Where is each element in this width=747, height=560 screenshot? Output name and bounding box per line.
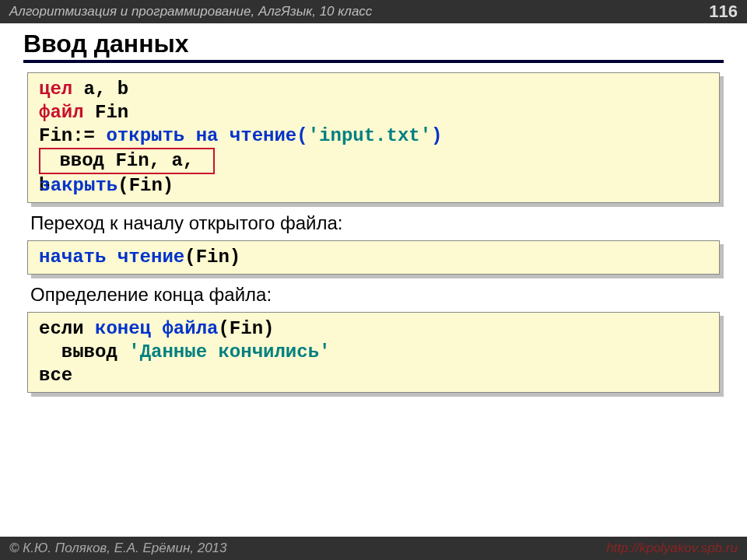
assign-fin: Fin:= <box>39 125 95 146</box>
var-fin: Fin <box>84 102 129 123</box>
footer-authors: © К.Ю. Поляков, Е.А. Ерёмин, 2013 <box>9 541 227 556</box>
arg-fin-2: (Fin) <box>184 247 240 268</box>
header-bar: Алгоритмизация и программирование, АлгЯз… <box>0 0 747 23</box>
string-input: 'input.txt' <box>308 125 431 146</box>
keyword-file: файл <box>39 102 84 123</box>
content-area: цел a, b файл Fin Fin:= открыть на чтени… <box>0 72 747 393</box>
keyword-all: все <box>39 365 72 386</box>
arg-fin-3: (Fin) <box>218 318 274 339</box>
fn-open-read: открыть на чтение( <box>95 125 308 146</box>
vars-ab: a, b <box>72 79 128 100</box>
code-block-2: начать чтение(Fin) <box>27 240 720 275</box>
subheading-eof: Определение конца файла: <box>30 284 717 306</box>
keyword-if: если <box>39 318 84 339</box>
arg-fin: (Fin) <box>117 175 174 196</box>
title-rule <box>23 60 724 63</box>
paren-close: ) <box>431 125 442 146</box>
string-data-done: 'Данные кончились' <box>128 341 330 362</box>
footer-bar: © К.Ю. Поляков, Е.А. Ерёмин, 2013 http:/… <box>0 537 747 560</box>
page-number: 116 <box>709 2 738 22</box>
subheading-seek: Переход к началу открытого файла: <box>30 212 717 234</box>
keyword-output: вывод <box>39 341 128 362</box>
fn-close: закрыть <box>39 175 117 196</box>
code-block-1: цел a, b файл Fin Fin:= открыть на чтени… <box>27 72 720 203</box>
fn-eof: конец файла <box>84 318 219 339</box>
footer-url: http://kpolyakov.spb.ru <box>606 541 738 556</box>
highlighted-input-line: ввод Fin, a, <box>39 148 215 174</box>
fn-begin-read: начать чтение <box>39 247 184 268</box>
keyword-int: цел <box>39 79 72 100</box>
slide-title: Ввод данных <box>23 30 724 58</box>
code-block-3: если конец файла(Fin) вывод 'Данные конч… <box>27 312 720 393</box>
course-title: Алгоритмизация и программирование, АлгЯз… <box>9 4 372 19</box>
